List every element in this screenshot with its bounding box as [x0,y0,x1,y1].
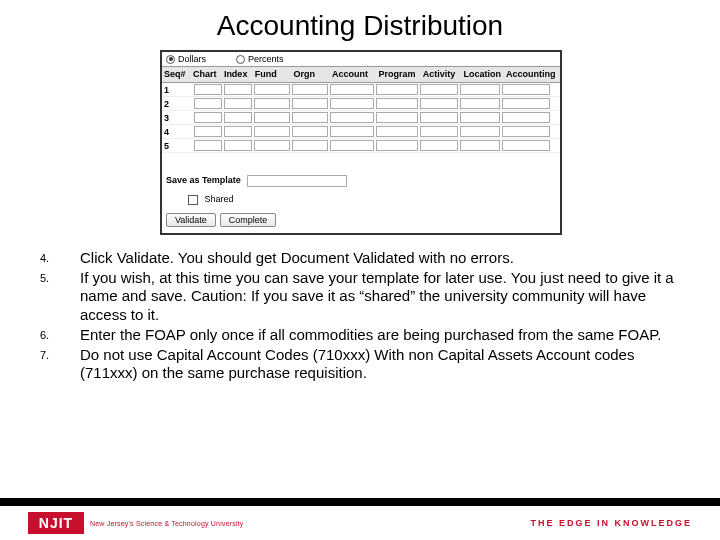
row-seq: 5 [164,141,194,151]
template-name-input[interactable] [247,175,347,187]
fund-input[interactable] [254,112,290,123]
header-orgn: Orgn [293,69,332,79]
fund-input[interactable] [254,140,290,151]
account-input[interactable] [330,84,374,95]
header-accounting: Accounting [506,69,560,79]
fund-input[interactable] [254,126,290,137]
save-as-template-label: Save as Template [166,175,241,185]
save-as-template-row: Save as Template [162,153,560,191]
program-input[interactable] [376,98,418,109]
njit-logo: NJIT New Jersey's Science & Technology U… [28,512,244,534]
account-input[interactable] [330,98,374,109]
activity-input[interactable] [420,98,458,109]
list-number: 4. [40,249,80,267]
chart-input[interactable] [194,112,222,123]
header-chart: Chart [193,69,224,79]
header-activity: Activity [423,69,464,79]
index-input[interactable] [224,84,252,95]
orgn-input[interactable] [292,112,328,123]
percents-radio[interactable]: Percents [236,54,284,64]
activity-input[interactable] [420,112,458,123]
program-input[interactable] [376,140,418,151]
tagline: THE EDGE IN KNOWLEDGE [530,518,692,528]
program-input[interactable] [376,112,418,123]
table-row: 5 [162,139,560,153]
logo-mark: NJIT [28,512,84,534]
account-input[interactable] [330,140,374,151]
list-text: If you wish, at this time you can save y… [80,269,680,324]
dollars-radio[interactable]: Dollars [166,54,206,64]
table-row: 4 [162,125,560,139]
row-seq: 1 [164,85,194,95]
page-title: Accounting Distribution [0,0,720,50]
location-input[interactable] [460,126,500,137]
table-row: 1 [162,83,560,97]
location-input[interactable] [460,112,500,123]
list-number: 6. [40,326,80,344]
fund-input[interactable] [254,98,290,109]
chart-input[interactable] [194,84,222,95]
list-text: Do not use Capital Account Codes (710xxx… [80,346,680,383]
orgn-input[interactable] [292,84,328,95]
amount-type-radio-group: Dollars Percents [162,52,560,67]
account-input[interactable] [330,126,374,137]
column-headers: Seq# Chart Index Fund Orgn Account Progr… [162,67,560,83]
fund-input[interactable] [254,84,290,95]
shared-checkbox[interactable] [188,195,198,205]
button-row: Validate Complete [162,211,560,233]
location-input[interactable] [460,98,500,109]
accounting-input[interactable] [502,84,550,95]
row-seq: 3 [164,113,194,123]
header-index: Index [224,69,255,79]
activity-input[interactable] [420,140,458,151]
list-text: Click Validate. You should get Document … [80,249,680,267]
footer-divider [0,498,720,506]
chart-input[interactable] [194,98,222,109]
row-seq: 4 [164,127,194,137]
location-input[interactable] [460,84,500,95]
orgn-input[interactable] [292,140,328,151]
header-account: Account [332,69,378,79]
logo-subtitle: New Jersey's Science & Technology Univer… [90,520,244,527]
complete-button[interactable]: Complete [220,213,277,227]
index-input[interactable] [224,140,252,151]
header-seq: Seq# [164,69,193,79]
program-input[interactable] [376,126,418,137]
list-item: 6.Enter the FOAP only once if all commod… [40,326,680,344]
accounting-input[interactable] [502,126,550,137]
chart-input[interactable] [194,140,222,151]
list-text: Enter the FOAP only once if all commodit… [80,326,680,344]
row-seq: 2 [164,99,194,109]
accounting-input[interactable] [502,98,550,109]
program-input[interactable] [376,84,418,95]
radio-icon [236,55,245,64]
table-row: 3 [162,111,560,125]
list-item: 4.Click Validate. You should get Documen… [40,249,680,267]
index-input[interactable] [224,98,252,109]
shared-label: Shared [205,194,234,204]
accounting-input[interactable] [502,112,550,123]
dollars-radio-label: Dollars [178,54,206,64]
percents-radio-label: Percents [248,54,284,64]
index-input[interactable] [224,126,252,137]
orgn-input[interactable] [292,98,328,109]
header-program: Program [378,69,422,79]
radio-icon [166,55,175,64]
index-input[interactable] [224,112,252,123]
header-fund: Fund [255,69,294,79]
chart-input[interactable] [194,126,222,137]
validate-button[interactable]: Validate [166,213,216,227]
footer: NJIT New Jersey's Science & Technology U… [0,506,720,540]
activity-input[interactable] [420,84,458,95]
accounting-input[interactable] [502,140,550,151]
list-number: 5. [40,269,80,324]
location-input[interactable] [460,140,500,151]
header-location: Location [463,69,506,79]
accounting-distribution-form: Dollars Percents Seq# Chart Index Fund O… [160,50,562,235]
orgn-input[interactable] [292,126,328,137]
shared-row: Shared [162,191,560,211]
table-row: 2 [162,97,560,111]
list-item: 5.If you wish, at this time you can save… [40,269,680,324]
activity-input[interactable] [420,126,458,137]
account-input[interactable] [330,112,374,123]
